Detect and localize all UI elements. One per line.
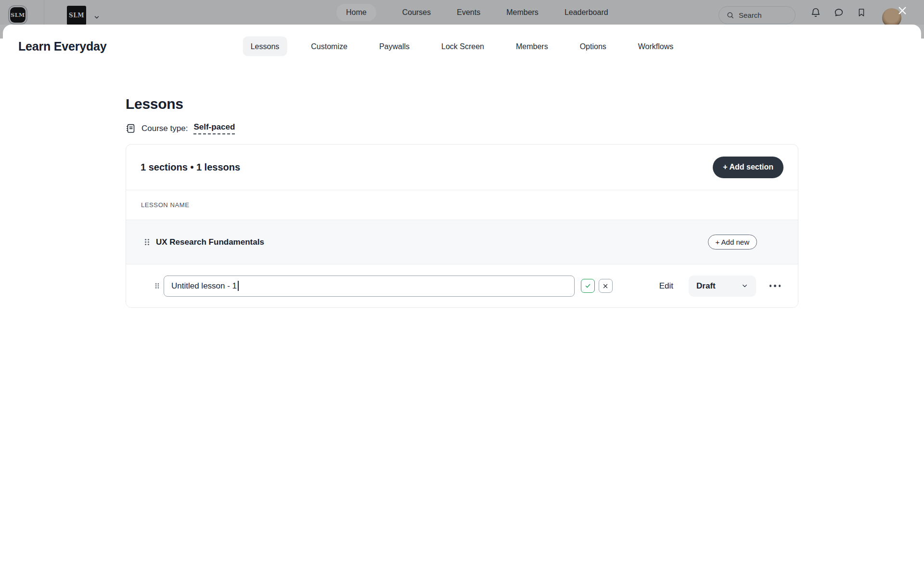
section-title[interactable]: UX Research Fundamentals [156, 237, 264, 247]
confirm-button[interactable] [581, 279, 595, 293]
workspace-logo-text: SLM [69, 12, 84, 19]
check-icon [585, 283, 591, 289]
top-navigation-bar: SLM SLM Home Courses Events Members Lead… [0, 0, 924, 25]
lesson-edit-row: Untitled lesson - 1 Edit Draft [126, 264, 798, 307]
tab-paywalls[interactable]: Paywalls [372, 37, 417, 56]
card-header: 1 sections • 1 lessons + Add section [126, 144, 798, 190]
drag-handle-icon[interactable] [144, 238, 150, 246]
search-placeholder: Search [739, 11, 762, 19]
modal-tabs: Lessons Customize Paywalls Lock Screen M… [243, 37, 681, 56]
add-section-button[interactable]: + Add section [713, 157, 783, 178]
nav-item-members[interactable]: Members [506, 4, 539, 21]
more-options-ellipsis-icon[interactable] [769, 282, 782, 290]
notifications-bell-icon[interactable] [810, 7, 821, 18]
content-container: Lessons Course type: Self-paced 1 sectio… [126, 96, 798, 308]
modal-title: Learn Everyday [18, 39, 106, 53]
nav-item-courses[interactable]: Courses [402, 4, 431, 21]
tab-options[interactable]: Options [572, 37, 614, 56]
topbar-divider [44, 0, 44, 25]
workspace-logo[interactable]: SLM [67, 6, 86, 25]
workspace-chevron-down-icon[interactable] [93, 14, 100, 21]
chevron-down-icon [741, 282, 748, 289]
modal-close-icon[interactable] [897, 5, 908, 16]
text-cursor [238, 281, 239, 291]
edit-link[interactable]: Edit [659, 281, 673, 291]
tab-members[interactable]: Members [508, 37, 556, 56]
search-icon [726, 11, 734, 19]
lesson-name-input[interactable]: Untitled lesson - 1 [164, 276, 575, 297]
course-type-label: Course type: [141, 124, 188, 133]
search-input[interactable]: Search [719, 6, 796, 24]
app-logo-mark: SLM [10, 7, 26, 23]
status-dropdown[interactable]: Draft [689, 276, 756, 297]
app-logo[interactable]: SLM [8, 5, 27, 25]
nav-item-leaderboard[interactable]: Leaderboard [565, 4, 608, 21]
lesson-name-column-header: LESSON NAME [141, 201, 190, 209]
tab-lock-screen[interactable]: Lock Screen [434, 37, 492, 56]
drag-handle-icon[interactable] [155, 283, 159, 289]
section-row: UX Research Fundamentals + Add new [126, 220, 798, 264]
add-new-lesson-button[interactable]: + Add new [708, 235, 757, 250]
journal-icon [126, 123, 136, 133]
nav-item-events[interactable]: Events [457, 4, 480, 21]
tab-workflows[interactable]: Workflows [630, 37, 681, 56]
lessons-card: 1 sections • 1 lessons + Add section LES… [126, 144, 798, 308]
topbar-icon-group [810, 0, 866, 25]
lesson-name-value: Untitled lesson - 1 [171, 281, 237, 291]
tab-lessons[interactable]: Lessons [243, 37, 287, 56]
modal-header: Learn Everyday Lessons Customize Paywall… [3, 25, 921, 68]
tab-customize[interactable]: Customize [303, 37, 355, 56]
cancel-button[interactable] [599, 279, 613, 293]
course-settings-modal: Learn Everyday Lessons Customize Paywall… [3, 25, 921, 578]
sections-summary: 1 sections • 1 lessons [141, 162, 240, 173]
nav-item-home[interactable]: Home [336, 4, 376, 21]
column-header-row: LESSON NAME [126, 190, 798, 220]
messages-chat-icon[interactable] [834, 7, 844, 18]
page-title: Lessons [126, 96, 798, 112]
course-type-value[interactable]: Self-paced [193, 122, 235, 134]
app-logo-text: SLM [11, 12, 25, 18]
x-icon [603, 283, 608, 289]
course-type-row: Course type: Self-paced [126, 122, 798, 134]
primary-nav: Home Courses Events Members Leaderboard [336, 0, 608, 25]
status-value: Draft [696, 281, 716, 291]
bookmarks-icon[interactable] [857, 8, 866, 17]
